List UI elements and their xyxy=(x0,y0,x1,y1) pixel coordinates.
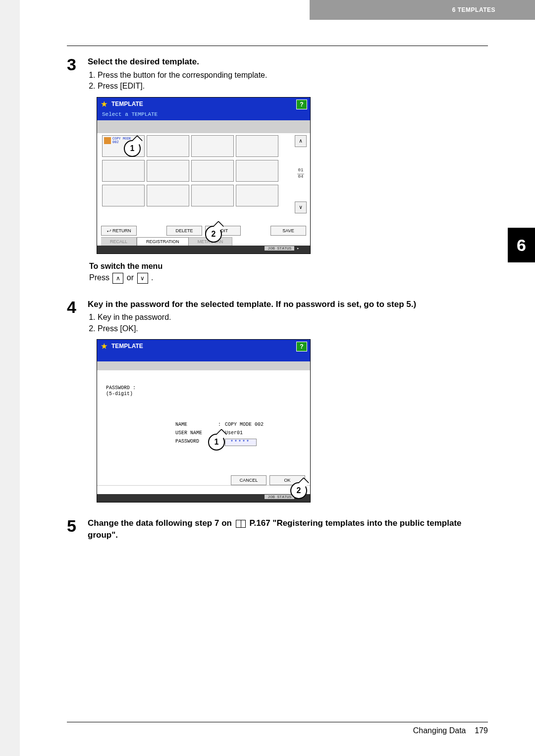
callout-1: 1 xyxy=(124,140,141,157)
footer-section: Changing Data xyxy=(413,726,466,735)
template-cell[interactable] xyxy=(191,135,234,157)
delete-button[interactable]: DELETE xyxy=(166,226,202,236)
step-5-number: 5 xyxy=(67,517,81,543)
callout-2-num: 2 xyxy=(297,486,301,495)
screenshot-2-wrap: ★ TEMPLATE ? PASSWORD : (5-digit) NAME : xyxy=(97,339,310,503)
job-status-button[interactable]: JOB STATUS xyxy=(265,495,294,499)
template-cell[interactable] xyxy=(147,135,189,157)
help-button[interactable]: ? xyxy=(296,100,307,109)
screenshot-2: ★ TEMPLATE ? PASSWORD : (5-digit) NAME : xyxy=(97,339,311,503)
ss1-title: TEMPLATE xyxy=(111,101,143,107)
cancel-button[interactable]: CANCEL xyxy=(231,475,267,485)
step-4-body: Key in the password for the selected tem… xyxy=(88,299,488,335)
footer-rule xyxy=(67,722,488,722)
template-cell[interactable] xyxy=(191,160,234,182)
template-cell[interactable] xyxy=(191,185,234,206)
step-3-item-2: Press [EDIT]. xyxy=(98,81,488,92)
step-5-title: Change the data following step 7 on P.16… xyxy=(88,517,488,541)
return-button[interactable]: ⮐ RETURN xyxy=(101,226,137,236)
header-band: 6 TEMPLATES xyxy=(310,0,535,20)
switch-menu-note: To switch the menu Press ∧ or ∨ . xyxy=(89,262,488,284)
book-icon xyxy=(236,520,246,528)
scroll-column: ∧ 01 04 ∨ xyxy=(295,135,306,213)
template-row-2 xyxy=(102,160,305,182)
template-icon xyxy=(104,137,111,144)
user-key: USER NAME xyxy=(175,430,215,436)
center-buttons: DELETE EDIT xyxy=(166,226,241,236)
info-table: NAME : COPY MODE 002 USER NAME : User01 … xyxy=(175,422,301,446)
ss2-gap xyxy=(97,361,310,370)
info-row-user: USER NAME : User01 xyxy=(175,430,301,436)
chapter-side-tab: 6 xyxy=(508,228,535,262)
ss2-title: TEMPLATE xyxy=(111,343,143,350)
scroll-up-button[interactable]: ∧ xyxy=(295,135,307,147)
page: 6 TEMPLATES 6 3 Select the desired templ… xyxy=(0,0,535,756)
note-title: To switch the menu xyxy=(89,262,488,271)
callout-2: 2 xyxy=(205,226,222,243)
password-field[interactable]: ***** xyxy=(225,439,257,446)
ss1-button-row: ⮐ RETURN DELETE EDIT SAVE xyxy=(101,226,306,236)
template-row-3 xyxy=(102,185,305,206)
ss1-status-row: JOB STATUS ▸ xyxy=(97,246,310,253)
save-button[interactable]: SAVE xyxy=(270,226,306,236)
up-key-icon: ∧ xyxy=(112,273,123,284)
name-key: NAME xyxy=(175,422,215,427)
help-button[interactable]: ? xyxy=(296,342,307,352)
screenshot-1-wrap: ★ TEMPLATE ? Select a TEMPLATE COPY MODE… xyxy=(97,97,310,254)
sep: : xyxy=(218,422,222,427)
down-key-icon: ∨ xyxy=(137,273,148,284)
template-cell[interactable] xyxy=(147,185,189,206)
step-3-number: 3 xyxy=(67,56,81,92)
star-icon: ★ xyxy=(101,342,107,350)
ss2-body: PASSWORD : (5-digit) NAME : COPY MODE 00… xyxy=(97,370,310,454)
ss2-sub xyxy=(97,353,310,361)
page-total: 04 xyxy=(297,175,304,180)
step-4-list: Key in the password. Press [OK]. xyxy=(88,312,488,334)
pw-label-l2: (5-digit) xyxy=(106,391,301,397)
step-4-item-2: Press [OK]. xyxy=(98,323,488,334)
note-period: . xyxy=(151,273,153,282)
content: 3 Select the desired template. Press the… xyxy=(67,46,488,543)
footer: Changing Data 179 xyxy=(67,722,488,735)
step-5-body: Change the data following step 7 on P.16… xyxy=(88,517,488,543)
page-current: 01 xyxy=(297,168,304,173)
step-4-number: 4 xyxy=(67,299,81,335)
note-prefix: Press xyxy=(89,273,109,282)
screenshot-1: ★ TEMPLATE ? Select a TEMPLATE COPY MODE… xyxy=(97,97,311,254)
ss1-titlebar: ★ TEMPLATE ? xyxy=(97,98,310,110)
job-status-button[interactable]: JOB STATUS xyxy=(265,246,294,251)
step-4-title: Key in the password for the selected tem… xyxy=(88,299,488,310)
left-margin xyxy=(0,0,20,756)
star-icon: ★ xyxy=(101,100,107,108)
user-val: User01 xyxy=(225,430,243,436)
pw-label-l1: PASSWORD : xyxy=(106,385,301,391)
template-cell[interactable] xyxy=(102,185,145,206)
pw-label: PASSWORD : (5-digit) xyxy=(106,385,301,397)
scroll-down-button[interactable]: ∨ xyxy=(295,202,307,213)
callout-2: 2 xyxy=(290,482,307,499)
template-cell[interactable] xyxy=(236,135,278,157)
step-3-list: Press the button for the corresponding t… xyxy=(88,70,488,92)
step-3-title: Select the desired template. xyxy=(88,56,488,68)
tab-recall[interactable]: RECALL xyxy=(101,237,137,246)
chapter-label: 6 TEMPLATES xyxy=(452,6,495,13)
step-5-title-a: Change the data following step 7 on xyxy=(88,518,232,528)
template-cell[interactable] xyxy=(147,160,189,182)
ss1-toolbar-gap xyxy=(97,120,310,133)
step-3-item-1: Press the button for the corresponding t… xyxy=(98,70,488,81)
chapter-number: 6 xyxy=(517,236,526,255)
callout-1-num: 1 xyxy=(214,438,219,447)
template-cell[interactable] xyxy=(236,185,278,206)
template-cell[interactable] xyxy=(236,160,278,182)
ss2-bottom-border xyxy=(97,485,310,495)
ss2-status-row: JOB STATUS ▸ xyxy=(97,494,310,502)
top-rule xyxy=(67,46,488,46)
tab-registration[interactable]: REGISTRATION xyxy=(137,237,189,246)
name-val: COPY MODE 002 xyxy=(225,422,264,427)
info-row-pw: PASSWORD ***** xyxy=(175,439,301,446)
step-3: 3 Select the desired template. Press the… xyxy=(67,56,488,92)
ss2-titlebar: ★ TEMPLATE ? xyxy=(97,340,310,353)
footer-text: Changing Data 179 xyxy=(67,726,488,735)
template-cell[interactable] xyxy=(102,160,145,182)
step-5: 5 Change the data following step 7 on P.… xyxy=(67,517,488,543)
